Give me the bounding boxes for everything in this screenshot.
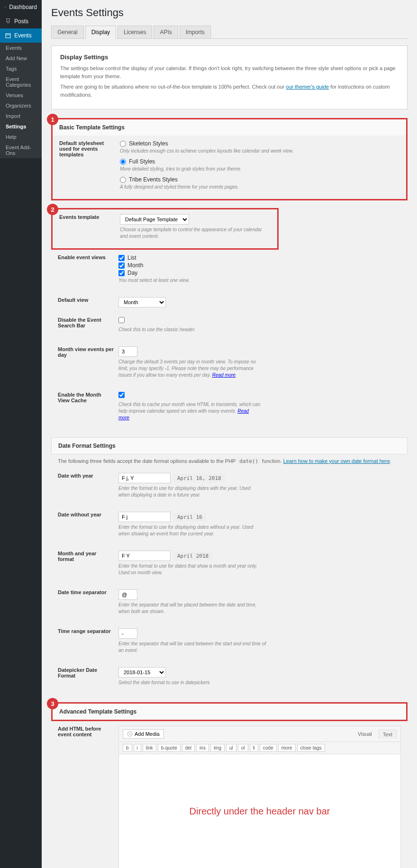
radio-skeleton[interactable] (120, 141, 126, 147)
sidebar-sub-organizers[interactable]: Organizers (0, 100, 42, 111)
sidebar-sub-addnew[interactable]: Add New (0, 53, 42, 63)
sidebar-sub-addons[interactable]: Event Add-Ons (0, 142, 42, 158)
field-label: Date with year (58, 473, 118, 479)
qt-ins[interactable]: ins (196, 744, 209, 752)
date-year-input[interactable] (118, 473, 171, 483)
sidebar-label: Events (14, 32, 32, 39)
field-label: Enable the Month View Cache (58, 392, 118, 403)
dashboard-icon (5, 4, 6, 10)
qt-link[interactable]: link (143, 744, 156, 752)
sidebar-item-events[interactable]: Events (0, 28, 42, 43)
sidebar-item-posts[interactable]: Posts (0, 14, 42, 28)
default-view-select[interactable]: Month (118, 297, 166, 307)
qt-del[interactable]: del (182, 744, 195, 752)
chk-month-cache[interactable] (118, 392, 125, 398)
date-format-link[interactable]: Learn how to make your own date format h… (283, 458, 390, 464)
field-label: Time range separator (58, 628, 118, 634)
qt-more[interactable]: more (278, 744, 296, 752)
field-label: Date time separator (58, 589, 118, 595)
field-label: Month and year format (58, 551, 118, 562)
date-format-intro: The following three fields accept the da… (51, 454, 408, 468)
page-title: Events Settings (51, 7, 408, 19)
qt-li[interactable]: li (250, 744, 258, 752)
sidebar-item-dashboard[interactable]: Dashboard (0, 0, 42, 14)
date-noyear-input[interactable] (118, 512, 171, 522)
pin-icon (5, 18, 11, 25)
admin-sidebar: Dashboard Posts Events Events Add New Ta… (0, 0, 42, 868)
month-year-input[interactable] (118, 551, 171, 561)
datepicker-select[interactable]: 2018-01-15 (118, 667, 166, 678)
field-label: Events template (59, 214, 120, 220)
panel-desc2: There are going to be situations where n… (60, 83, 399, 99)
qt-b[interactable]: b (123, 744, 132, 752)
field-label: Default view (58, 297, 118, 303)
events-template-select[interactable]: Default Page Template (120, 214, 189, 225)
field-label: Default stylesheet used for events templ… (59, 140, 120, 157)
svg-point-3 (127, 732, 132, 736)
sidebar-sub-events[interactable]: Events (0, 43, 42, 53)
callout-3: 3 Advanced Template Settings (51, 702, 408, 721)
chk-list[interactable] (118, 255, 125, 261)
radio-tribe[interactable] (120, 177, 126, 183)
chk-disable-search[interactable] (118, 317, 125, 323)
editor-tab-visual[interactable]: Visual (354, 730, 376, 739)
tab-apis[interactable]: APIs (154, 26, 178, 38)
callout-badge-2: 2 (47, 204, 58, 215)
datetime-sep-input[interactable] (118, 589, 137, 600)
chk-day[interactable] (118, 270, 125, 276)
callout-badge-1: 1 (47, 114, 58, 125)
qt-bquote[interactable]: b-quote (158, 744, 181, 752)
field-label: Month view events per day (58, 346, 118, 358)
sidebar-label: Dashboard (9, 4, 37, 10)
read-more-link[interactable]: Read more (212, 372, 236, 378)
section-heading: Basic Template Settings (59, 124, 399, 131)
radio-full[interactable] (120, 159, 126, 165)
field-label: Disable the Event Search Bar (58, 317, 118, 328)
qt-ol[interactable]: ol (238, 744, 248, 752)
sidebar-sub-tags[interactable]: Tags (0, 63, 42, 74)
tab-imports[interactable]: Imports (180, 26, 211, 38)
svg-rect-1 (6, 34, 10, 38)
month-events-input[interactable] (118, 346, 137, 357)
timerange-sep-input[interactable] (118, 628, 137, 639)
callout-2: 2 Events template Default Page Template … (51, 208, 279, 250)
field-label: Date without year (58, 512, 118, 517)
annotation-text: Directly under the header nav bar (190, 805, 330, 818)
add-media-button[interactable]: Add Media (123, 729, 164, 739)
tab-display[interactable]: Display (85, 26, 116, 39)
section-heading: Advanced Template Settings (59, 708, 399, 715)
editor-before: Add Media Visual Text b i link b-quote d… (118, 726, 401, 868)
tab-licenses[interactable]: Licenses (118, 26, 152, 38)
editor-textarea-before[interactable]: Directly under the header nav bar (119, 754, 400, 868)
callout-1: 1 Basic Template Settings Default styles… (51, 118, 408, 200)
qt-img[interactable]: img (210, 744, 225, 752)
qt-i[interactable]: i (134, 744, 141, 752)
settings-tabs: General Display Licenses APIs Imports (51, 26, 408, 39)
sidebar-sub-import[interactable]: Import (0, 111, 42, 121)
sidebar-label: Posts (14, 18, 28, 25)
tab-general[interactable]: General (51, 26, 84, 38)
qt-close[interactable]: close tags (297, 744, 325, 752)
field-label: Datepicker Date Format (58, 667, 118, 678)
sidebar-submenu: Events Add New Tags Event Categories Ven… (0, 43, 42, 158)
panel-desc: The settings below control the display o… (60, 64, 399, 80)
field-label: Add HTML before event content (58, 726, 118, 737)
sidebar-sub-help[interactable]: Help (0, 132, 42, 142)
editor-tab-text[interactable]: Text (379, 730, 397, 739)
media-icon (127, 731, 133, 737)
qt-ul[interactable]: ul (226, 744, 236, 752)
sidebar-sub-venues[interactable]: Venues (0, 90, 42, 100)
field-label: Enable event views (58, 254, 118, 260)
quicktags-bar: b i link b-quote del ins img ul ol li co… (119, 742, 400, 754)
calendar-icon (5, 32, 11, 39)
sidebar-sub-categories[interactable]: Event Categories (0, 74, 42, 90)
callout-badge-3: 3 (47, 698, 58, 709)
sidebar-sub-settings[interactable]: Settings (0, 121, 42, 132)
qt-code[interactable]: code (260, 744, 277, 752)
section-heading: Date Format Settings (58, 443, 400, 449)
display-settings-panel: Display Settings The settings below cont… (51, 45, 408, 109)
panel-heading: Display Settings (60, 54, 399, 61)
main-content: Events Settings General Display Licenses… (42, 0, 417, 868)
chk-month[interactable] (118, 262, 125, 269)
themers-guide-link[interactable]: our themer's guide (286, 84, 329, 90)
